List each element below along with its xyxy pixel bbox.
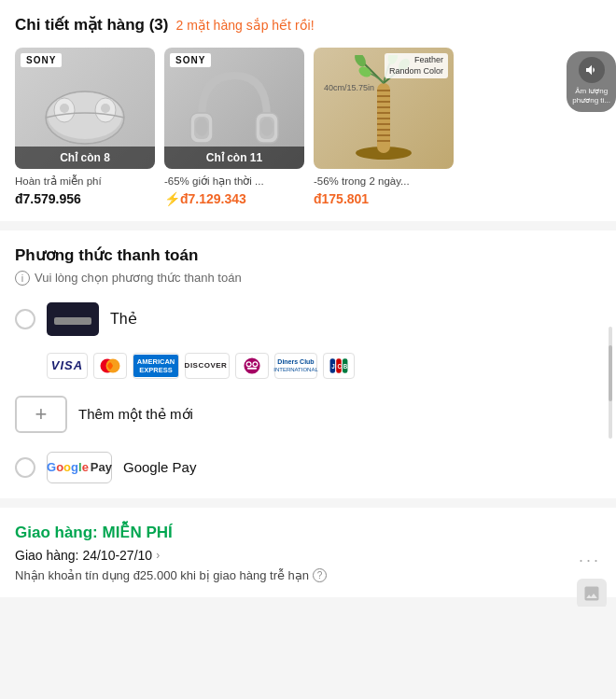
product-desc-3: -56% trong 2 ngày... xyxy=(314,175,454,189)
svg-point-30 xyxy=(244,357,259,373)
svg-point-27 xyxy=(357,64,372,79)
product-desc-1: Hoàn trả miễn phí xyxy=(15,175,155,189)
amex-logo: AMERICANEXPRESS xyxy=(133,353,179,379)
delivery-title: Giao hàng: MIỄN PHÍ xyxy=(15,523,601,542)
svg-text:C: C xyxy=(337,363,342,370)
more-options-dots[interactable]: ··· xyxy=(579,551,601,570)
info-icon: i xyxy=(15,271,30,286)
mute-btn[interactable] xyxy=(579,57,605,83)
product-image-1[interactable]: SONY xyxy=(15,48,155,169)
add-card-label: Thêm một thẻ mới xyxy=(78,406,193,423)
products-section: Chi tiết mặt hàng (3) 2 mặt hàng sắp hết… xyxy=(0,0,616,221)
card-radio[interactable] xyxy=(15,309,35,329)
plus-icon: + xyxy=(15,396,67,433)
svg-point-10 xyxy=(195,118,208,136)
gpay-badge: Google Pay xyxy=(47,452,112,483)
svg-point-34 xyxy=(254,363,257,366)
momo-logo xyxy=(235,353,269,379)
mastercard-logo xyxy=(93,353,127,379)
svg-text:B: B xyxy=(343,363,348,370)
product-price-2: ⚡đ7.129.343 xyxy=(164,191,304,206)
payment-info-text: Vui lòng chọn phương thức thanh toán xyxy=(35,271,242,285)
payment-info: i Vui lòng chọn phương thức thanh toán xyxy=(15,271,601,286)
payment-section: Phương thức thanh toán i Vui lòng chọn p… xyxy=(0,231,616,498)
volume-label: Âm lượngphương ti... xyxy=(572,87,610,106)
payment-cards-row: VISA AMERICANEXPRESS DISCOVER xyxy=(47,353,601,379)
visa-logo: VISA xyxy=(47,353,88,379)
scrollbar-track xyxy=(609,327,612,439)
section-title: Chi tiết mặt hàng (3) xyxy=(15,15,168,35)
gpay-option[interactable]: Google Pay Google Pay xyxy=(15,452,601,483)
svg-rect-35 xyxy=(247,368,257,370)
stock-badge-1: Chỉ còn 8 xyxy=(15,147,155,169)
product-card-1[interactable]: SONY xyxy=(15,48,155,206)
no-image-icon xyxy=(577,579,607,607)
feather-tag: FeatherRandom Color xyxy=(385,53,448,78)
product-desc-2: -65% giới hạn thời ... xyxy=(164,175,304,189)
add-card-button[interactable]: + Thêm một thẻ mới xyxy=(15,396,601,433)
delivery-date[interactable]: Giao hàng: 24/10-27/10 › xyxy=(15,548,601,563)
warning-text: 2 mặt hàng sắp hết rồi! xyxy=(175,18,314,33)
product-price-3: đ175.801 xyxy=(314,191,454,206)
product-price-1: đ7.579.956 xyxy=(15,191,155,206)
diners-logo: Diners Club INTERNATIONAL xyxy=(274,353,317,379)
card-label: Thẻ xyxy=(110,310,137,328)
brand-tag-2: SONY xyxy=(170,53,211,67)
card-option[interactable]: Thẻ xyxy=(15,302,601,336)
payment-title: Phương thức thanh toán xyxy=(15,245,601,265)
product-card-3[interactable]: FeatherRandom Color 40cm/15.75in xyxy=(314,48,454,206)
question-icon[interactable]: ? xyxy=(313,568,327,582)
gpay-label: Google Pay xyxy=(123,459,196,475)
product-image-2[interactable]: SONY xyxy=(164,48,304,169)
delivery-section: Giao hàng: MIỄN PHÍ Giao hàng: 24/10-27/… xyxy=(0,508,616,597)
card-stripe xyxy=(54,317,91,325)
svg-point-33 xyxy=(247,363,250,366)
delivery-credit: Nhận khoản tín dụng đ25.000 khi bị giao … xyxy=(15,568,601,582)
size-tag: 40cm/15.75in xyxy=(319,81,379,94)
products-row: SONY xyxy=(15,48,601,206)
section-header: Chi tiết mặt hàng (3) 2 mặt hàng sắp hết… xyxy=(15,15,601,35)
chevron-right-icon: › xyxy=(156,549,160,562)
card-icon xyxy=(47,302,99,336)
scrollbar-thumb[interactable] xyxy=(609,345,612,401)
svg-point-24 xyxy=(353,55,369,68)
side-panel: Âm lượngphương ti... xyxy=(567,51,616,112)
discover-logo: DISCOVER xyxy=(185,353,230,379)
svg-point-5 xyxy=(101,104,110,113)
product-image-3[interactable]: FeatherRandom Color 40cm/15.75in xyxy=(314,48,454,169)
svg-point-3 xyxy=(60,104,69,113)
brand-tag-1: SONY xyxy=(21,53,62,67)
page-wrapper: Chi tiết mặt hàng (3) 2 mặt hàng sắp hết… xyxy=(0,0,616,597)
lightning-icon: ⚡ xyxy=(164,191,180,206)
product-card-2[interactable]: SONY xyxy=(164,48,304,206)
jcb-logo: J C B xyxy=(323,353,355,379)
svg-point-11 xyxy=(260,118,273,136)
svg-text:J: J xyxy=(331,363,335,370)
stock-badge-2: Chỉ còn 11 xyxy=(164,147,304,169)
gpay-radio[interactable] xyxy=(15,457,35,478)
